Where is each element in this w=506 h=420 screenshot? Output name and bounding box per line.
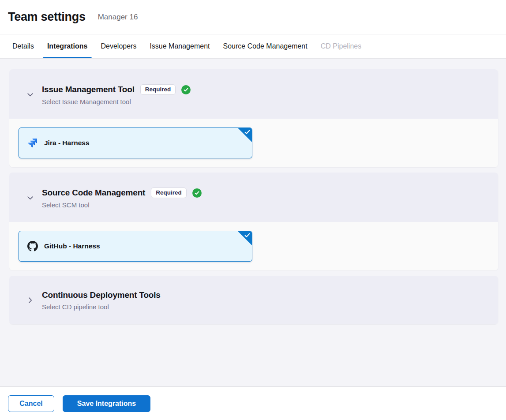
section-title: Issue Management Tool — [42, 85, 135, 94]
tool-label: GitHub - Harness — [44, 242, 100, 250]
chevron-right-icon — [26, 296, 34, 306]
section-continuous-deployment: Continuous Deployment Tools Select CD pi… — [9, 276, 498, 324]
section-scm-header: Source Code Management Required Select S… — [9, 172, 498, 222]
tab-integrations[interactable]: Integrations — [43, 34, 92, 58]
page-title: Team settings — [8, 10, 86, 24]
section-source-code-management: Source Code Management Required Select S… — [9, 172, 498, 270]
tab-cd-pipelines: CD Pipelines — [316, 34, 366, 58]
tab-issue-management[interactable]: Issue Management — [145, 34, 214, 58]
save-integrations-button[interactable]: Save Integrations — [63, 395, 150, 412]
section-issue-management-body: Jira - Harness — [9, 119, 498, 167]
cancel-button[interactable]: Cancel — [8, 395, 54, 412]
section-cd-header: Continuous Deployment Tools Select CD pi… — [9, 276, 498, 324]
github-icon — [27, 241, 38, 251]
tab-details[interactable]: Details — [8, 34, 38, 58]
required-badge: Required — [140, 84, 176, 95]
chevron-down-icon — [26, 91, 34, 100]
section-subtitle: Select Issue Management tool — [42, 98, 487, 105]
section-scm-body: GitHub - Harness — [9, 222, 498, 270]
tool-card-jira-harness[interactable]: Jira - Harness — [19, 128, 252, 158]
page-header: Team settings Manager 16 — [0, 0, 506, 34]
section-subtitle: Select CD pipeline tool — [42, 303, 487, 311]
section-title: Source Code Management — [42, 188, 145, 198]
success-check-icon — [192, 188, 202, 198]
chevron-down-icon — [26, 194, 34, 203]
page-subtitle: Manager 16 — [98, 13, 138, 22]
collapse-toggle[interactable] — [19, 188, 42, 209]
section-subtitle: Select SCM tool — [42, 201, 487, 209]
collapse-toggle[interactable] — [19, 84, 42, 105]
section-issue-management-header: Issue Management Tool Required Select Is… — [9, 69, 498, 119]
tool-card-github-harness[interactable]: GitHub - Harness — [19, 231, 252, 262]
selected-check-icon — [244, 232, 250, 238]
tool-label: Jira - Harness — [44, 139, 90, 147]
tab-bar: Details Integrations Developers Issue Ma… — [0, 34, 506, 59]
section-issue-management-tool: Issue Management Tool Required Select Is… — [9, 69, 498, 167]
success-check-icon — [181, 85, 191, 94]
section-title: Continuous Deployment Tools — [42, 290, 161, 300]
selected-check-icon — [244, 129, 250, 135]
expand-toggle[interactable] — [19, 290, 42, 311]
jira-icon — [27, 138, 38, 148]
title-divider — [92, 12, 92, 22]
tab-developers[interactable]: Developers — [96, 34, 141, 58]
required-badge: Required — [151, 188, 187, 198]
tab-source-code-management[interactable]: Source Code Management — [218, 34, 311, 58]
action-footer: Cancel Save Integrations — [0, 386, 506, 420]
integrations-panel: Issue Management Tool Required Select Is… — [0, 59, 506, 386]
